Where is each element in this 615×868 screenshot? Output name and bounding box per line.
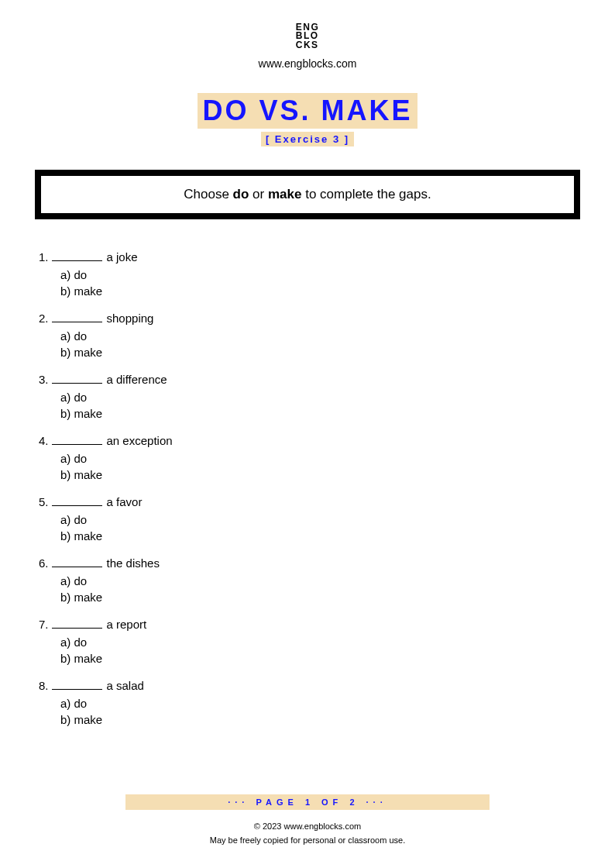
questions-list: 1.a jokea) dob) make2.shoppinga) dob) ma…: [35, 250, 580, 726]
options-list: a) dob) make: [60, 574, 580, 604]
option-item[interactable]: a) do: [60, 452, 580, 465]
question-item: 3.a differencea) dob) make: [39, 373, 580, 420]
fill-blank[interactable]: [52, 505, 102, 506]
instructions-suffix: to complete the gaps.: [301, 187, 431, 202]
page-indicator: ··· PAGE 1 OF 2 ···: [125, 794, 490, 810]
option-item[interactable]: a) do: [60, 329, 580, 343]
question-item: 7.a reporta) dob) make: [39, 618, 580, 665]
question-item: 1.a jokea) dob) make: [39, 250, 580, 298]
option-item[interactable]: a) do: [60, 513, 580, 526]
question-line: 3.a difference: [39, 373, 580, 386]
logo: ENG BLO CKS: [296, 23, 320, 50]
question-number: 1.: [39, 250, 49, 264]
fill-blank[interactable]: [52, 383, 102, 384]
option-item[interactable]: b) make: [60, 346, 580, 359]
question-number: 8.: [39, 679, 49, 692]
option-item[interactable]: a) do: [60, 574, 580, 587]
question-number: 4.: [39, 434, 49, 447]
question-text: the dishes: [107, 556, 160, 570]
question-text: shopping: [107, 312, 154, 325]
question-text: a favor: [107, 495, 143, 508]
fill-blank[interactable]: [52, 567, 102, 567]
options-list: a) dob) make: [60, 391, 580, 420]
instructions-word1: do: [233, 187, 249, 202]
fill-blank[interactable]: [52, 689, 102, 690]
question-line: 6.the dishes: [39, 556, 580, 570]
title-section: DO VS. MAKE [ Exercise 3 ]: [35, 93, 580, 146]
logo-line3: CKS: [296, 41, 320, 50]
options-list: a) dob) make: [60, 329, 580, 359]
question-item: 5.a favora) dob) make: [39, 495, 580, 542]
instructions-middle: or: [249, 187, 268, 202]
question-line: 1.a joke: [39, 250, 580, 264]
instructions-word2: make: [268, 187, 301, 202]
question-number: 2.: [39, 312, 49, 325]
question-item: 2.shoppinga) dob) make: [39, 312, 580, 359]
question-line: 5.a favor: [39, 495, 580, 508]
question-line: 8.a salad: [39, 679, 580, 692]
question-line: 7.a report: [39, 618, 580, 631]
footer-section: ··· PAGE 1 OF 2 ··· © 2023 www.engblocks…: [35, 794, 580, 845]
question-line: 2.shopping: [39, 312, 580, 325]
question-item: 4.an exceptiona) dob) make: [39, 434, 580, 481]
option-item[interactable]: a) do: [60, 391, 580, 404]
fill-blank[interactable]: [52, 322, 102, 322]
option-item[interactable]: b) make: [60, 284, 580, 298]
header-section: ENG BLO CKS www.engblocks.com: [35, 23, 580, 70]
options-list: a) dob) make: [60, 697, 580, 726]
question-item: 6.the dishesa) dob) make: [39, 556, 580, 604]
options-list: a) dob) make: [60, 636, 580, 665]
option-item[interactable]: b) make: [60, 407, 580, 420]
question-number: 6.: [39, 556, 49, 570]
fill-blank[interactable]: [52, 628, 102, 629]
page-title: DO VS. MAKE: [198, 93, 417, 129]
instructions-box: Choose do or make to complete the gaps.: [35, 170, 580, 219]
option-item[interactable]: b) make: [60, 713, 580, 726]
fill-blank[interactable]: [52, 260, 102, 261]
question-text: a salad: [107, 679, 144, 692]
instructions-prefix: Choose: [184, 187, 232, 202]
options-list: a) dob) make: [60, 452, 580, 481]
option-item[interactable]: a) do: [60, 268, 580, 281]
question-text: a difference: [107, 373, 167, 386]
question-text: a joke: [107, 250, 138, 264]
copyright-text: © 2023 www.engblocks.com: [35, 822, 580, 831]
option-item[interactable]: a) do: [60, 636, 580, 649]
question-item: 8.a salada) dob) make: [39, 679, 580, 726]
options-list: a) dob) make: [60, 268, 580, 298]
option-item[interactable]: b) make: [60, 529, 580, 542]
question-number: 7.: [39, 618, 49, 631]
option-item[interactable]: b) make: [60, 652, 580, 665]
website-url: www.engblocks.com: [35, 57, 580, 70]
page-subtitle: [ Exercise 3 ]: [261, 132, 354, 146]
options-list: a) dob) make: [60, 513, 580, 542]
usage-text: May be freely copied for personal or cla…: [35, 835, 580, 845]
question-text: an exception: [107, 434, 173, 447]
option-item[interactable]: b) make: [60, 591, 580, 604]
option-item[interactable]: a) do: [60, 697, 580, 710]
option-item[interactable]: b) make: [60, 468, 580, 481]
question-line: 4.an exception: [39, 434, 580, 447]
question-number: 3.: [39, 373, 49, 386]
question-number: 5.: [39, 495, 49, 508]
question-text: a report: [107, 618, 147, 631]
fill-blank[interactable]: [52, 444, 102, 445]
